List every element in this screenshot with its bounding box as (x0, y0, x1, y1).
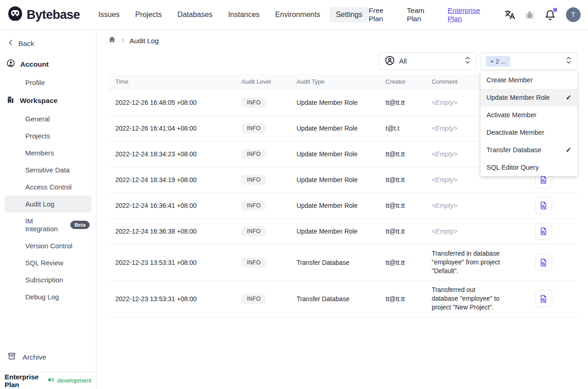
cell-audit-type: Update Member Role (289, 90, 378, 115)
workspace-building-icon (6, 96, 15, 106)
audit-level-badge: INFO (241, 257, 266, 268)
nav-item-projects[interactable]: Projects (129, 7, 168, 23)
cell-comment: Transferred in database "employee" from … (424, 244, 510, 280)
beta-badge: Beta (70, 221, 90, 229)
notifications-bell-icon[interactable] (544, 9, 556, 21)
view-detail-button[interactable] (535, 223, 552, 240)
creator-filter-select[interactable]: All (379, 52, 476, 70)
nav-item-instances[interactable]: Instances (222, 7, 266, 23)
creator-filter-value: All (399, 57, 464, 65)
bug-report-icon[interactable] (524, 9, 536, 21)
cell-creator: tt@tt.tt (379, 193, 424, 218)
back-button[interactable]: Back (0, 36, 96, 54)
cell-time: 2022-12-23 13:53:31 +08:00 (108, 244, 234, 280)
main-nav: Issues Projects Databases Instances Envi… (92, 7, 369, 23)
menu-item-sql-editor-query[interactable]: SQL Editor Query (481, 159, 577, 176)
sidebar-item-members[interactable]: Members (0, 144, 96, 161)
cell-time: 2022-12-24 18:34:23 +08:00 (108, 141, 234, 167)
cell-time: 2022-12-24 18:34:19 +08:00 (108, 167, 234, 193)
audit-level-badge: INFO (241, 97, 266, 108)
speaker-icon[interactable] (47, 376, 55, 385)
audit-level-badge: INFO (241, 226, 266, 236)
audit-log-page: Audit Log All (96, 30, 588, 389)
nav-item-issues[interactable]: Issues (92, 7, 126, 23)
sidebar-item-access-control[interactable]: Access Control (0, 178, 96, 195)
sidebar-item-audit-log[interactable]: Audit Log (5, 195, 91, 212)
back-label: Back (18, 40, 34, 48)
cell-creator: t@t.t (379, 115, 424, 141)
audit-type-filter-select[interactable]: + 2 ... (480, 52, 577, 70)
audit-level-badge: INFO (241, 123, 266, 133)
nav-item-settings[interactable]: Settings (329, 7, 369, 23)
table-row: 2022-12-23 13:53:31 +08:00 INFO Transfer… (108, 244, 577, 280)
col-header-time: Time (108, 74, 234, 90)
audit-level-badge: INFO (241, 149, 266, 159)
account-person-icon (6, 59, 15, 69)
cell-time: 2022-12-26 16:41:04 +08:00 (108, 115, 234, 141)
nav-item-databases[interactable]: Databases (171, 7, 219, 23)
view-detail-button[interactable] (535, 197, 552, 214)
select-chevrons-icon (464, 56, 471, 66)
bytebase-logo[interactable]: Bytebase (7, 6, 80, 23)
cell-time: 2022-12-24 16:36:41 +08:00 (108, 193, 234, 218)
col-header-creator: Creator (379, 74, 424, 90)
sidebar-item-sql-review[interactable]: SQL Review (0, 254, 96, 271)
sidebar-item-sensitive-data[interactable]: Sensitive Data (0, 161, 96, 178)
current-plan-label: Enterprise Plan (5, 373, 45, 389)
cell-audit-type: Update Member Role (289, 115, 378, 141)
cell-audit-type: Update Member Role (289, 218, 378, 244)
plan-switcher: Free Plan Team Plan Enterprise Plan (369, 6, 493, 23)
table-row: 2022-12-23 13:53:31 +08:00 INFO Transfer… (108, 280, 577, 317)
chevron-right-icon (120, 36, 125, 45)
cell-creator: tt@tt.tt (379, 218, 424, 244)
sidebar-item-projects[interactable]: Projects (0, 127, 96, 144)
enterprise-plan-link[interactable]: Enterprise Plan (448, 6, 493, 23)
cell-comment: <Empty> (424, 193, 510, 218)
chevron-left-icon (7, 39, 14, 48)
person-circle-icon (384, 55, 395, 68)
menu-item-activate-member[interactable]: Activate Member (481, 106, 577, 124)
sidebar-item-archive[interactable]: Archive (0, 347, 96, 367)
sidebar-section-account: Account (0, 54, 96, 74)
menu-item-deactivate-member[interactable]: Deactivate Member (481, 124, 577, 141)
check-icon: ✓ (565, 146, 571, 154)
archive-label: Archive (23, 353, 46, 361)
nav-item-environments[interactable]: Environments (269, 7, 327, 23)
sidebar-item-profile[interactable]: Profile (0, 74, 96, 91)
menu-item-update-member-role[interactable]: Update Member Role ✓ (481, 89, 577, 106)
user-avatar[interactable]: T (566, 7, 581, 22)
cell-creator: tt@tt.tt (379, 90, 424, 115)
sidebar-item-im-integration[interactable]: IM Integration Beta (0, 212, 96, 237)
sidebar-section-workspace: Workspace (0, 91, 96, 110)
cell-audit-type: Update Member Role (289, 167, 378, 193)
view-detail-button[interactable] (535, 254, 552, 271)
table-row: 2022-12-24 16:36:38 +08:00 INFO Update M… (108, 218, 577, 244)
cell-time: 2022-12-23 13:53:31 +08:00 (108, 280, 234, 317)
menu-item-transfer-database[interactable]: Transfer Database ✓ (481, 141, 577, 159)
free-plan-link[interactable]: Free Plan (369, 6, 398, 23)
workspace-header-label: Workspace (20, 97, 57, 105)
cell-comment: <Empty> (424, 218, 510, 244)
cell-time: 2022-12-24 16:36:38 +08:00 (108, 218, 234, 244)
translate-icon[interactable] (503, 9, 515, 21)
notification-dot (553, 8, 557, 12)
home-icon[interactable] (108, 35, 116, 46)
breadcrumb-current: Audit Log (130, 37, 158, 45)
check-icon: ✓ (565, 93, 571, 102)
type-filter-value: + 2 ... (486, 56, 510, 67)
cell-audit-type: Transfer Database (289, 244, 378, 280)
sidebar-item-version-control[interactable]: Version Control (0, 237, 96, 254)
team-plan-link[interactable]: Team Plan (407, 6, 439, 23)
archive-box-icon (7, 352, 16, 362)
view-detail-button[interactable] (535, 290, 552, 307)
audit-level-badge: INFO (241, 200, 266, 211)
cell-creator: tt@tt.tt (379, 141, 424, 167)
cell-audit-type: Update Member Role (289, 193, 378, 218)
sidebar-item-subscription[interactable]: Subscription (0, 271, 96, 288)
top-navigation: Bytebase Issues Projects Databases Insta… (0, 0, 588, 30)
sidebar-item-debug-log[interactable]: Debug Log (0, 288, 96, 305)
menu-item-create-member[interactable]: Create Member (481, 71, 577, 89)
settings-sidebar: Back Account Profile (0, 30, 96, 389)
plan-status-bar: Enterprise Plan development (0, 372, 96, 389)
sidebar-item-general[interactable]: General (0, 110, 96, 127)
